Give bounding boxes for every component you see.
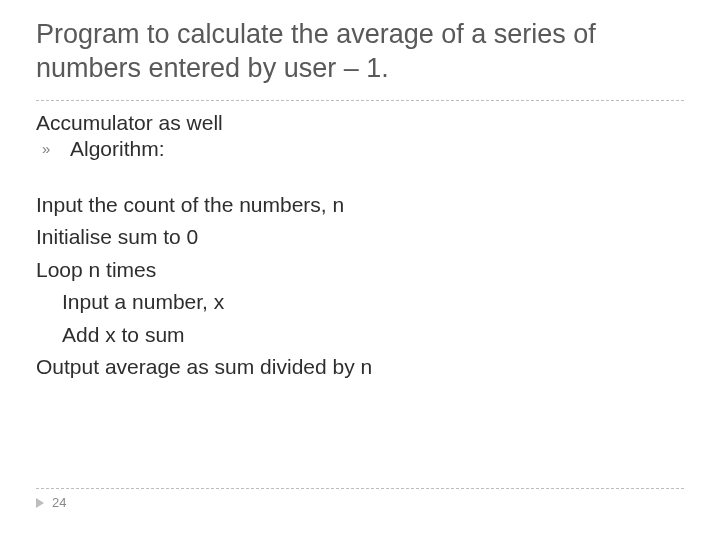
algo-step-2: Initialise sum to 0 [36,221,684,254]
bullet-arrow-icon: » [42,141,60,156]
slide-footer: 24 [36,488,684,510]
slide: Program to calculate the average of a se… [0,0,720,540]
algorithm-block: Input the count of the numbers, n Initia… [36,189,684,384]
triangle-icon [36,498,44,508]
algo-step-3: Loop n times [36,254,684,287]
page-number: 24 [52,495,66,510]
algorithm-bullet: » Algorithm: [42,137,684,161]
slide-title: Program to calculate the average of a se… [36,18,684,94]
title-divider [36,100,684,101]
algo-step-6: Output average as sum divided by n [36,351,684,384]
intro-text: Accumulator as well [36,111,684,135]
algo-step-5: Add x to sum [36,319,684,352]
bullet-label: Algorithm: [70,137,165,161]
footer-divider [36,488,684,489]
algo-step-1: Input the count of the numbers, n [36,189,684,222]
algo-step-4: Input a number, x [36,286,684,319]
page-number-row: 24 [36,495,684,510]
